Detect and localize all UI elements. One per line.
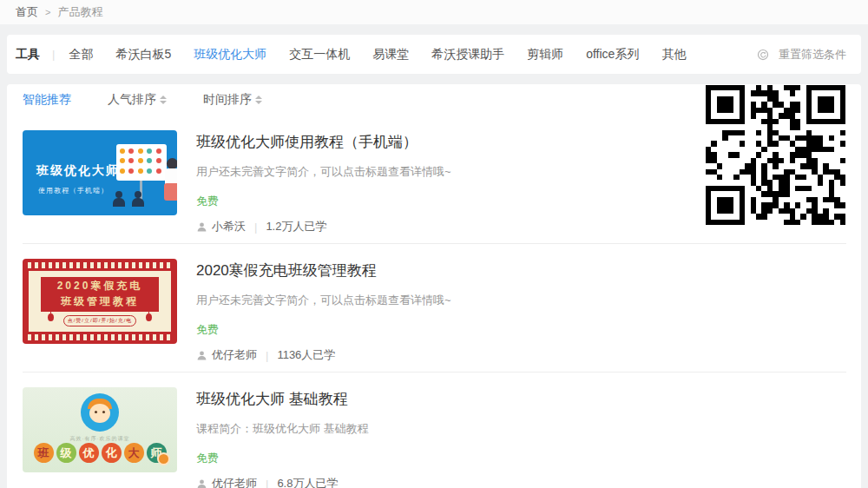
course-thumbnail[interactable]: 2020寒假充电 班级管理教程 点/赞/立/即/开/始/充/电 bbox=[23, 259, 177, 344]
thumb-title-text: 班级优化大师 bbox=[36, 163, 120, 179]
thumb-letter-circles: 班 级 优 化 大 师 bbox=[23, 443, 177, 463]
filter-item-teaching-assistant[interactable]: 希沃授课助手 bbox=[431, 47, 504, 63]
student-illustration bbox=[132, 198, 144, 207]
film-perforation bbox=[28, 334, 172, 340]
lantern-icon bbox=[48, 313, 54, 321]
user-icon bbox=[196, 221, 207, 233]
teacher-illustration bbox=[165, 168, 177, 184]
thumb-title-line1: 2020寒假充电 bbox=[57, 280, 143, 293]
thumb-title-box: 2020寒假充电 班级管理教程 bbox=[41, 277, 159, 312]
teacher-illustration bbox=[164, 183, 177, 201]
mascot-eye bbox=[95, 411, 97, 413]
course-author: 优仔老师 bbox=[212, 476, 257, 488]
film-perforation bbox=[28, 262, 172, 268]
thumb-subtitle-text: 使用教程（手机端） bbox=[38, 186, 108, 195]
filter-divider: | bbox=[52, 48, 55, 61]
course-title[interactable]: 2020寒假充电班级管理教程 bbox=[196, 260, 451, 280]
reset-filter-button[interactable]: 重置筛选条件 bbox=[757, 47, 846, 63]
course-price-badge: 免费 bbox=[196, 194, 451, 209]
letter-circle: 大 bbox=[124, 443, 144, 463]
filter-item-easyclass[interactable]: 易课堂 bbox=[372, 47, 409, 63]
filter-item-other[interactable]: 其他 bbox=[661, 47, 686, 63]
course-description: 用户还未完善文字简介，可以点击标题查看详情哦~ bbox=[196, 293, 451, 308]
breadcrumb-separator: > bbox=[45, 7, 50, 17]
filter-group-label: 工具 bbox=[16, 47, 40, 63]
course-title[interactable]: 班级优化大师使用教程（手机端） bbox=[196, 132, 451, 152]
letter-circle: 班 bbox=[34, 443, 54, 463]
sort-item-time[interactable]: 时间排序 bbox=[203, 92, 262, 108]
reset-icon bbox=[757, 49, 769, 61]
course-description: 课程简介：班级优化大师 基础教程 bbox=[196, 421, 369, 437]
mascot-badge bbox=[81, 393, 119, 432]
course-item-basic-tutorial: 高效·有序·欢乐的课堂 班 级 优 化 大 师 班级优化大师 基础教程 课程简介… bbox=[23, 373, 846, 488]
mascot-eye bbox=[102, 411, 105, 413]
mascot-face bbox=[89, 404, 110, 423]
filter-item-interactive-panel[interactable]: 交互一体机 bbox=[289, 47, 350, 63]
sort-item-popularity[interactable]: 人气排序 bbox=[108, 92, 167, 108]
course-author: 优仔老师 bbox=[212, 347, 257, 363]
qr-code-image bbox=[705, 85, 846, 225]
sort-item-recommended[interactable]: 智能推荐 bbox=[23, 92, 71, 108]
meta-separator: | bbox=[266, 478, 268, 488]
course-meta: 优仔老师 | 6.8万人已学 bbox=[196, 476, 369, 488]
course-meta: 优仔老师 | 1136人已学 bbox=[196, 347, 451, 363]
course-info: 班级优化大师使用教程（手机端） 用户还未完善文字简介，可以点击标题查看详情哦~ … bbox=[196, 130, 451, 243]
course-description: 用户还未完善文字简介，可以点击标题查看详情哦~ bbox=[196, 164, 451, 180]
filter-items: 全部 希沃白板5 班级优化大师 交互一体机 易课堂 希沃授课助手 剪辑师 off… bbox=[69, 47, 757, 63]
breadcrumb-current: 产品教程 bbox=[57, 4, 102, 20]
filter-item-all[interactable]: 全部 bbox=[69, 47, 93, 63]
filter-bar: 工具 | 全部 希沃白板5 班级优化大师 交互一体机 易课堂 希沃授课助手 剪辑… bbox=[7, 35, 861, 74]
course-meta: 小希沃 | 1.2万人已学 bbox=[196, 219, 451, 234]
lantern-icon bbox=[146, 313, 152, 321]
thumb-inner-panel: 2020寒假充电 班级管理教程 点/赞/立/即/开/始/充/电 bbox=[29, 271, 171, 332]
mini-mascot-icon bbox=[157, 452, 170, 465]
meta-separator: | bbox=[266, 349, 268, 362]
letter-circle: 化 bbox=[102, 443, 122, 463]
filter-item-whiteboard5[interactable]: 希沃白板5 bbox=[115, 47, 171, 63]
course-item-winter-2020: 2020寒假充电 班级管理教程 点/赞/立/即/开/始/充/电 2020寒假充电… bbox=[23, 244, 846, 373]
breadcrumb-home-link[interactable]: 首页 bbox=[16, 4, 38, 20]
sort-carets-icon bbox=[255, 96, 262, 104]
whiteboard-illustration bbox=[116, 144, 167, 181]
course-author: 小希沃 bbox=[212, 219, 246, 234]
filter-item-office-series[interactable]: office系列 bbox=[586, 47, 639, 63]
thumb-title-line2: 班级管理教程 bbox=[61, 295, 139, 309]
sort-carets-icon bbox=[160, 96, 167, 104]
meta-separator: | bbox=[254, 221, 257, 234]
course-list-panel: 智能推荐 人气排序 时间排序 班级优化大师 使用教程（手机端） bbox=[7, 84, 861, 488]
student-illustration bbox=[113, 198, 125, 207]
breadcrumb: 首页 > 产品教程 bbox=[0, 0, 868, 24]
sort-time-label: 时间排序 bbox=[203, 92, 252, 108]
course-thumbnail[interactable]: 高效·有序·欢乐的课堂 班 级 优 化 大 师 bbox=[23, 387, 177, 472]
letter-circle: 优 bbox=[79, 443, 99, 463]
thumb-pill-text: 点/赞/立/即/开/始/充/电 bbox=[63, 315, 136, 326]
course-info: 班级优化大师 基础教程 课程简介：班级优化大师 基础教程 免费 优仔老师 | 6… bbox=[196, 387, 369, 488]
course-learners: 6.8万人已学 bbox=[277, 476, 338, 488]
course-thumbnail[interactable]: 班级优化大师 使用教程（手机端） bbox=[23, 130, 177, 215]
user-icon bbox=[196, 478, 207, 488]
course-price-badge: 免费 bbox=[196, 451, 369, 466]
filter-item-clip-editor[interactable]: 剪辑师 bbox=[527, 47, 563, 63]
letter-circle: 级 bbox=[56, 443, 76, 463]
course-price-badge: 免费 bbox=[196, 322, 451, 338]
course-learners: 1.2万人已学 bbox=[266, 219, 326, 234]
course-title[interactable]: 班级优化大师 基础教程 bbox=[196, 389, 369, 409]
course-learners: 1136人已学 bbox=[277, 347, 335, 363]
reset-filter-label: 重置筛选条件 bbox=[779, 47, 846, 63]
sort-popularity-label: 人气排序 bbox=[108, 92, 156, 108]
course-info: 2020寒假充电班级管理教程 用户还未完善文字简介，可以点击标题查看详情哦~ 免… bbox=[196, 259, 451, 372]
thumb-slogan-text: 高效·有序·欢乐的课堂 bbox=[23, 435, 177, 443]
filter-item-class-master[interactable]: 班级优化大师 bbox=[194, 47, 266, 63]
user-icon bbox=[196, 350, 207, 361]
